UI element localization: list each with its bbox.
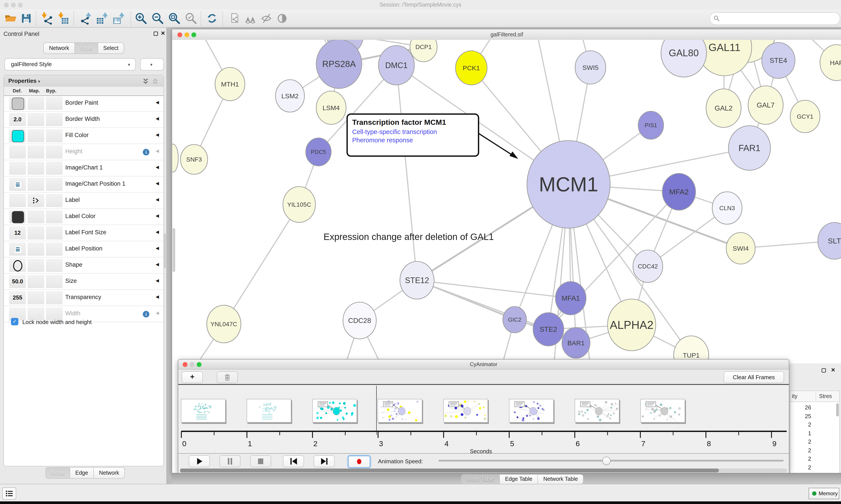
table-cell-centrality[interactable]: 2 — [791, 421, 811, 428]
default-value-cell[interactable] — [9, 162, 26, 175]
table-cell-centrality[interactable]: 2 — [791, 464, 811, 470]
network-node-SWI4[interactable]: SWI4 — [726, 233, 755, 264]
bypass-cell[interactable] — [46, 129, 62, 142]
bypass-cell[interactable] — [46, 113, 62, 126]
collapse-all-icon[interactable] — [153, 78, 158, 84]
expand-row-icon[interactable]: ◀ — [156, 262, 159, 267]
expand-row-icon[interactable]: ◀ — [156, 132, 159, 137]
mapping-cell[interactable] — [28, 145, 44, 159]
expand-row-icon[interactable]: ◀ — [156, 246, 159, 250]
expand-row-icon[interactable]: ◀ — [156, 181, 159, 186]
pause-button[interactable] — [219, 455, 240, 467]
canvas-scrollbar[interactable] — [173, 228, 175, 272]
expand-row-icon[interactable]: ◀ — [156, 230, 159, 234]
network-node-CDC42[interactable]: CDC42 — [633, 250, 663, 283]
property-row-size[interactable]: 50.0Size◀ — [4, 274, 163, 290]
tab-network-table[interactable]: Network Table — [538, 474, 584, 484]
network-node-GAL80[interactable]: GAL80 — [661, 40, 706, 77]
float-panel-icon[interactable]: ▢ — [821, 367, 826, 373]
expand-row-icon[interactable]: ◀ — [156, 294, 159, 299]
network-node-DCP1[interactable]: DCP1 — [410, 40, 437, 62]
property-row-label-position[interactable]: Label Position◀ — [4, 241, 163, 257]
table-scrollbar[interactable] — [836, 403, 839, 416]
network-node-GAL2[interactable]: GAL2 — [706, 89, 741, 127]
search-field[interactable] — [710, 12, 840, 25]
mapping-cell[interactable] — [28, 113, 44, 126]
annotation-link[interactable]: Cell-type-specific transcription — [352, 128, 473, 135]
network-node-STE2[interactable]: STE2 — [533, 313, 564, 346]
mapping-cell[interactable] — [28, 129, 44, 142]
open-session-icon[interactable] — [4, 12, 17, 24]
lock-size-checkbox[interactable]: ✓ — [11, 318, 18, 325]
property-row-label-color[interactable]: Label Color◀ — [4, 209, 163, 225]
table-cell-centrality[interactable]: 2 — [791, 438, 811, 445]
add-frame-button[interactable]: + — [182, 371, 203, 383]
expand-row-icon[interactable]: ◀ — [156, 310, 159, 315]
panel-scrollbar[interactable] — [164, 233, 166, 268]
tab-edge-table[interactable]: Edge Table — [500, 474, 538, 484]
network-node-LSM4[interactable]: LSM4 — [316, 91, 346, 124]
property-row-image-chart-position-1[interactable]: Image/Chart Position 1◀ — [4, 177, 163, 193]
bypass-cell[interactable] — [46, 162, 62, 175]
mapping-cell[interactable] — [28, 178, 44, 191]
import-network-icon[interactable] — [40, 12, 53, 24]
tab-network[interactable]: Network — [43, 42, 75, 54]
network-node-BAR1[interactable]: BAR1 — [562, 327, 590, 358]
zoom-fit-icon[interactable] — [168, 12, 180, 24]
style-selector[interactable]: galFiltered Style ▾ — [4, 58, 136, 71]
default-value-cell[interactable] — [9, 210, 26, 223]
import-table-icon[interactable] — [57, 12, 69, 24]
stop-button[interactable] — [250, 455, 271, 467]
network-node-SLT2[interactable]: SLT — [818, 222, 841, 259]
timeline-axis[interactable]: 0123456789Seconds — [178, 385, 789, 453]
show-panels-button[interactable] — [2, 487, 16, 500]
export-image-icon[interactable] — [112, 12, 124, 24]
expand-row-icon[interactable]: ◀ — [156, 278, 159, 283]
network-node-LSM2[interactable]: LSM2 — [275, 80, 304, 112]
minimize-window-icon[interactable] — [11, 3, 16, 7]
timeline-scrollbar-thumb[interactable] — [180, 469, 719, 472]
close-window-icon[interactable] — [4, 3, 9, 7]
expand-row-icon[interactable]: ◀ — [156, 100, 159, 105]
default-value-cell[interactable] — [9, 97, 26, 110]
clear-all-frames-button[interactable]: Clear All Frames — [723, 371, 784, 383]
bypass-cell[interactable] — [46, 291, 62, 304]
bypass-cell[interactable] — [46, 275, 62, 288]
table-cell-centrality[interactable]: 2 — [791, 447, 811, 453]
node-table-header[interactable]: ity Stres — [790, 391, 839, 402]
network-node-leftSliver[interactable] — [172, 144, 178, 172]
table-cell-centrality[interactable]: 2 — [791, 455, 811, 462]
network-node-STE12[interactable]: STE12 — [400, 262, 434, 299]
property-row-label[interactable]: Label◀ — [4, 193, 163, 209]
close-window-icon[interactable] — [183, 362, 187, 367]
expand-row-icon[interactable]: ◀ — [156, 165, 159, 169]
bypass-cell[interactable] — [46, 259, 62, 272]
maximize-window-icon[interactable] — [197, 362, 201, 367]
minimize-window-icon[interactable] — [190, 362, 195, 367]
tab-edge[interactable]: Edge — [70, 467, 94, 479]
network-node-MTH1[interactable]: MTH1 — [215, 68, 245, 101]
mapping-cell[interactable] — [28, 242, 44, 256]
bypass-cell[interactable] — [46, 97, 62, 110]
network-node-SWI5[interactable]: SWI5 — [575, 51, 606, 84]
zoom-in-icon[interactable] — [135, 12, 147, 24]
mapping-cell[interactable] — [28, 162, 44, 175]
close-panel-icon[interactable]: ✕ — [161, 30, 165, 36]
network-node-FAR1[interactable]: FAR1 — [729, 126, 770, 170]
default-value-cell[interactable] — [9, 242, 26, 256]
property-row-shape[interactable]: Shape◀ — [4, 257, 163, 274]
zoom-selected-icon[interactable] — [185, 12, 197, 24]
network-window-titlebar[interactable]: galFiltered.sif — [172, 29, 841, 40]
property-row-label-font-size[interactable]: 12Label Font Size◀ — [4, 225, 163, 241]
memory-button[interactable]: Memory — [809, 488, 839, 499]
save-session-icon[interactable] — [20, 12, 32, 24]
annotation-link[interactable]: Pheromone response — [352, 137, 473, 144]
float-panel-icon[interactable]: ▢ — [153, 30, 158, 36]
delete-frame-button[interactable] — [217, 371, 238, 383]
search-input[interactable] — [721, 14, 837, 23]
network-node-STE4[interactable]: STE4 — [762, 42, 795, 78]
properties-header[interactable]: Properties ▾ — [4, 75, 163, 87]
bypass-cell[interactable] — [46, 227, 62, 239]
duplicate-network-icon[interactable] — [229, 12, 241, 24]
expand-row-icon[interactable]: ◀ — [156, 148, 159, 153]
